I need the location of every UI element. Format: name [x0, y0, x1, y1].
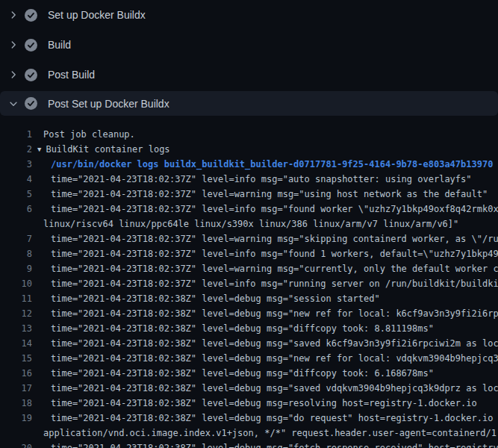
log-line-number[interactable]: 2: [0, 142, 32, 157]
log-line-number[interactable]: 7: [0, 231, 32, 246]
log-line-number[interactable]: 9: [0, 261, 32, 276]
log-line-number[interactable]: 18: [0, 396, 32, 411]
log-line: linux/riscv64 linux/ppc64le linux/s390x …: [0, 217, 498, 231]
log-line-text: time="2021-04-23T18:02:38Z" level=debug …: [32, 321, 434, 336]
log-line-text: time="2021-04-23T18:02:37Z" level=warnin…: [32, 231, 498, 246]
log-line-text: time="2021-04-23T18:02:37Z" level=info m…: [32, 276, 498, 291]
log-line-text: time="2021-04-23T18:02:37Z" level=info m…: [32, 172, 472, 187]
log-line: 18 time="2021-04-23T18:02:38Z" level=deb…: [0, 396, 498, 411]
log-line-text: time="2021-04-23T18:02:38Z" level=debug …: [32, 396, 477, 411]
log-line-number[interactable]: 5: [0, 187, 32, 202]
log-line-number[interactable]: 8: [0, 246, 32, 261]
log-command-line: 3 /usr/bin/docker logs buildx_buildkit_b…: [0, 157, 498, 172]
log-line-text: time="2021-04-23T18:02:38Z" level=debug …: [32, 441, 498, 448]
log-line-text: time="2021-04-23T18:02:37Z" level=info m…: [32, 246, 498, 261]
log-line-number[interactable]: 4: [0, 172, 32, 187]
log-group-header[interactable]: 2 ▼BuildKit container logs: [0, 142, 498, 157]
group-collapse-icon[interactable]: ▼: [37, 146, 41, 153]
log-line-number[interactable]: 1: [0, 127, 32, 142]
log-line: application/vnd.oci.image.index.v1+json,…: [0, 426, 498, 441]
section-title: Build: [48, 39, 71, 51]
log-line-number[interactable]: 6: [0, 202, 32, 217]
log-line-text: application/vnd.oci.image.index.v1+json,…: [32, 426, 498, 441]
log-line-number[interactable]: 19: [0, 411, 32, 426]
section-title: Post Build: [48, 69, 95, 81]
section-header-set-up-docker-buildx[interactable]: Set up Docker Buildx: [0, 0, 498, 30]
step-section-list: Set up Docker Buildx Build Post Build Po…: [0, 0, 498, 116]
log-line-number[interactable]: 12: [0, 306, 32, 321]
log-line-number[interactable]: 13: [0, 321, 32, 336]
section-header-post-set-up-docker-buildx[interactable]: Post Set up Docker Buildx: [0, 91, 498, 116]
log-line-text: time="2021-04-23T18:02:38Z" level=debug …: [32, 351, 498, 366]
log-line-text: Post job cleanup.: [32, 127, 135, 142]
log-line-number[interactable]: 17: [0, 381, 32, 396]
chevron-right-icon: [7, 39, 19, 51]
log-line-text: time="2021-04-23T18:02:37Z" level=warnin…: [32, 187, 488, 202]
log-line-text: time="2021-04-23T18:02:38Z" level=debug …: [32, 291, 380, 306]
log-line: 13 time="2021-04-23T18:02:38Z" level=deb…: [0, 321, 498, 336]
log-line-number: [0, 217, 32, 231]
log-line-text: /usr/bin/docker logs buildx_buildkit_bui…: [32, 157, 493, 172]
log-line: 6 time="2021-04-23T18:02:37Z" level=info…: [0, 202, 498, 217]
section-header-post-build[interactable]: Post Build: [0, 60, 498, 90]
log-line: 16 time="2021-04-23T18:02:38Z" level=deb…: [0, 366, 498, 381]
log-line-number[interactable]: 3: [0, 157, 32, 172]
log-line: 11 time="2021-04-23T18:02:38Z" level=deb…: [0, 291, 498, 306]
log-line: 5 time="2021-04-23T18:02:37Z" level=warn…: [0, 187, 498, 202]
log-line: 12 time="2021-04-23T18:02:38Z" level=deb…: [0, 306, 498, 321]
log-line: 19 time="2021-04-23T18:02:38Z" level=deb…: [0, 411, 498, 426]
log-line: 9 time="2021-04-23T18:02:37Z" level=warn…: [0, 261, 498, 276]
section-header-build[interactable]: Build: [0, 30, 498, 60]
workflow-log-viewer: Set up Docker Buildx Build Post Build Po…: [0, 0, 498, 448]
log-lines-container: 1 Post job cleanup. 2 ▼BuildKit containe…: [0, 116, 498, 448]
log-line-number[interactable]: 15: [0, 351, 32, 366]
log-line: 7 time="2021-04-23T18:02:37Z" level=warn…: [0, 231, 498, 246]
log-line: 17 time="2021-04-23T18:02:38Z" level=deb…: [0, 381, 498, 396]
log-line-text: linux/riscv64 linux/ppc64le linux/s390x …: [32, 217, 458, 231]
check-circle-icon: [25, 9, 37, 22]
log-line: 15 time="2021-04-23T18:02:38Z" level=deb…: [0, 351, 498, 366]
log-line-text: time="2021-04-23T18:02:38Z" level=debug …: [32, 366, 434, 381]
check-circle-icon: [25, 69, 37, 81]
log-line-text: ▼BuildKit container logs: [32, 142, 170, 157]
log-line-text: time="2021-04-23T18:02:37Z" level=warnin…: [32, 261, 498, 276]
log-line-text: time="2021-04-23T18:02:37Z" level=info m…: [32, 202, 498, 217]
log-line: 4 time="2021-04-23T18:02:37Z" level=info…: [0, 172, 498, 187]
log-line: 20 time="2021-04-23T18:02:38Z" level=deb…: [0, 441, 498, 448]
log-line-text: time="2021-04-23T18:02:38Z" level=debug …: [32, 411, 498, 426]
log-line-number[interactable]: 11: [0, 291, 32, 306]
section-title: Set up Docker Buildx: [48, 9, 146, 21]
log-line: 8 time="2021-04-23T18:02:37Z" level=info…: [0, 246, 498, 261]
log-line-number[interactable]: 14: [0, 336, 32, 351]
check-circle-icon: [25, 39, 37, 52]
log-line-number[interactable]: 10: [0, 276, 32, 291]
log-line-text: time="2021-04-23T18:02:38Z" level=debug …: [32, 306, 498, 321]
chevron-right-icon: [7, 69, 19, 81]
log-line: 10 time="2021-04-23T18:02:37Z" level=inf…: [0, 276, 498, 291]
log-line-number[interactable]: 16: [0, 366, 32, 381]
log-group-label: BuildKit container logs: [46, 144, 169, 155]
log-line-text: time="2021-04-23T18:02:38Z" level=debug …: [32, 381, 498, 396]
log-line: 1 Post job cleanup.: [0, 127, 498, 142]
log-line-text: time="2021-04-23T18:02:38Z" level=debug …: [32, 336, 498, 351]
log-line-number[interactable]: 20: [0, 441, 32, 448]
check-circle-icon: [25, 97, 37, 110]
chevron-down-icon: [7, 98, 19, 110]
log-line-number: [0, 426, 32, 441]
chevron-right-icon: [7, 9, 19, 21]
section-title: Post Set up Docker Buildx: [48, 98, 169, 110]
log-line: 14 time="2021-04-23T18:02:38Z" level=deb…: [0, 336, 498, 351]
